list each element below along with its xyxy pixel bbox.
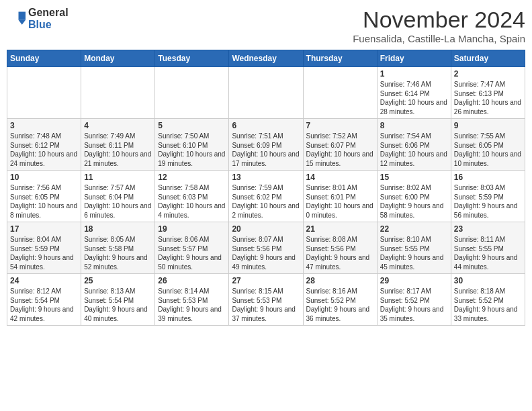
day-number: 13 [232,173,300,182]
day-info: Sunrise: 8:18 AM Sunset: 5:52 PM Dayligh… [454,287,522,323]
calendar-week-row: 24Sunrise: 8:12 AM Sunset: 5:54 PM Dayli… [7,274,525,326]
calendar-cell: 6Sunrise: 7:51 AM Sunset: 6:09 PM Daylig… [229,119,303,171]
day-number: 19 [158,224,226,234]
day-info: Sunrise: 8:03 AM Sunset: 5:59 PM Dayligh… [454,183,522,220]
day-info: Sunrise: 8:11 AM Sunset: 5:55 PM Dayligh… [454,235,522,271]
day-number: 20 [232,224,300,234]
day-info: Sunrise: 8:05 AM Sunset: 5:58 PM Dayligh… [84,235,152,271]
day-info: Sunrise: 8:14 AM Sunset: 5:53 PM Dayligh… [158,287,226,323]
calendar-cell: 20Sunrise: 8:07 AM Sunset: 5:56 PM Dayli… [229,222,303,274]
day-info: Sunrise: 7:52 AM Sunset: 6:07 PM Dayligh… [306,132,374,168]
calendar-cell: 4Sunrise: 7:49 AM Sunset: 6:11 PM Daylig… [81,119,155,171]
day-number: 1 [380,69,448,79]
day-number: 9 [454,121,522,130]
calendar-cell: 27Sunrise: 8:15 AM Sunset: 5:53 PM Dayli… [229,274,303,326]
calendar-cell: 30Sunrise: 8:18 AM Sunset: 5:52 PM Dayli… [451,274,525,326]
day-info: Sunrise: 7:57 AM Sunset: 6:04 PM Dayligh… [84,183,152,220]
calendar-cell: 5Sunrise: 7:50 AM Sunset: 6:10 PM Daylig… [155,119,229,171]
day-info: Sunrise: 7:49 AM Sunset: 6:11 PM Dayligh… [84,132,152,168]
day-info: Sunrise: 7:55 AM Sunset: 6:05 PM Dayligh… [454,132,522,168]
day-info: Sunrise: 8:15 AM Sunset: 5:53 PM Dayligh… [232,287,300,323]
logo-blue: Blue [28,19,52,30]
weekday-header: Thursday [303,50,377,67]
calendar-week-row: 3Sunrise: 7:48 AM Sunset: 6:12 PM Daylig… [7,119,525,171]
day-number: 22 [380,224,448,234]
day-number: 30 [454,276,522,285]
calendar-cell: 1Sunrise: 7:46 AM Sunset: 6:14 PM Daylig… [377,67,451,119]
day-info: Sunrise: 8:16 AM Sunset: 5:52 PM Dayligh… [306,287,374,323]
calendar-cell: 8Sunrise: 7:54 AM Sunset: 6:06 PM Daylig… [377,119,451,171]
day-number: 4 [84,121,152,130]
day-number: 26 [158,276,226,285]
day-info: Sunrise: 7:54 AM Sunset: 6:06 PM Dayligh… [380,132,448,168]
weekday-header-row: SundayMondayTuesdayWednesdayThursdayFrid… [7,50,525,67]
calendar-cell: 25Sunrise: 8:13 AM Sunset: 5:54 PM Dayli… [81,274,155,326]
logo-general: General [28,7,69,18]
calendar-cell: 21Sunrise: 8:08 AM Sunset: 5:56 PM Dayli… [303,222,377,274]
calendar-cell: 9Sunrise: 7:55 AM Sunset: 6:05 PM Daylig… [451,119,525,171]
calendar-cell: 24Sunrise: 8:12 AM Sunset: 5:54 PM Dayli… [7,274,81,326]
calendar-cell: 2Sunrise: 7:47 AM Sunset: 6:13 PM Daylig… [451,67,525,119]
weekday-header: Wednesday [229,50,303,67]
day-number: 29 [380,276,448,285]
weekday-header: Friday [377,50,451,67]
calendar-table: SundayMondayTuesdayWednesdayThursdayFrid… [7,50,525,326]
day-info: Sunrise: 7:59 AM Sunset: 6:02 PM Dayligh… [232,183,300,220]
calendar-week-row: 17Sunrise: 8:04 AM Sunset: 5:59 PM Dayli… [7,222,525,274]
day-info: Sunrise: 8:04 AM Sunset: 5:59 PM Dayligh… [10,235,78,271]
day-info: Sunrise: 7:48 AM Sunset: 6:12 PM Dayligh… [10,132,78,168]
day-number: 7 [306,121,374,130]
day-info: Sunrise: 8:06 AM Sunset: 5:57 PM Dayligh… [158,235,226,271]
calendar-cell: 28Sunrise: 8:16 AM Sunset: 5:52 PM Dayli… [303,274,377,326]
calendar-cell: 10Sunrise: 7:56 AM Sunset: 6:05 PM Dayli… [7,171,81,222]
weekday-header: Saturday [451,50,525,67]
calendar-cell: 3Sunrise: 7:48 AM Sunset: 6:12 PM Daylig… [7,119,81,171]
day-number: 14 [306,173,374,182]
weekday-header: Monday [81,50,155,67]
day-info: Sunrise: 7:58 AM Sunset: 6:03 PM Dayligh… [158,183,226,220]
svg-marker-1 [19,11,26,19]
day-info: Sunrise: 7:46 AM Sunset: 6:14 PM Dayligh… [380,80,448,116]
svg-marker-2 [19,19,26,24]
day-info: Sunrise: 7:47 AM Sunset: 6:13 PM Dayligh… [454,80,522,116]
day-number: 8 [380,121,448,130]
day-number: 18 [84,224,152,234]
day-info: Sunrise: 7:51 AM Sunset: 6:09 PM Dayligh… [232,132,300,168]
day-number: 6 [232,121,300,130]
calendar-cell: 14Sunrise: 8:01 AM Sunset: 6:01 PM Dayli… [303,171,377,222]
day-info: Sunrise: 8:01 AM Sunset: 6:01 PM Dayligh… [306,183,374,220]
day-number: 5 [158,121,226,130]
day-info: Sunrise: 8:08 AM Sunset: 5:56 PM Dayligh… [306,235,374,271]
logo-icon [7,9,26,28]
day-info: Sunrise: 8:17 AM Sunset: 5:52 PM Dayligh… [380,287,448,323]
weekday-header: Tuesday [155,50,229,67]
day-info: Sunrise: 7:56 AM Sunset: 6:05 PM Dayligh… [10,183,78,220]
logo-text: General Blue [28,7,69,30]
calendar-cell [7,67,81,119]
day-number: 2 [454,69,522,79]
day-number: 21 [306,224,374,234]
calendar-cell [81,67,155,119]
calendar-cell [229,67,303,119]
calendar-cell: 7Sunrise: 7:52 AM Sunset: 6:07 PM Daylig… [303,119,377,171]
calendar-cell: 29Sunrise: 8:17 AM Sunset: 5:52 PM Dayli… [377,274,451,326]
calendar-cell [155,67,229,119]
day-number: 12 [158,173,226,182]
calendar-cell: 17Sunrise: 8:04 AM Sunset: 5:59 PM Dayli… [7,222,81,274]
day-number: 28 [306,276,374,285]
day-info: Sunrise: 7:50 AM Sunset: 6:10 PM Dayligh… [158,132,226,168]
location: Fuensalida, Castille-La Mancha, Spain [353,33,525,44]
day-info: Sunrise: 8:13 AM Sunset: 5:54 PM Dayligh… [84,287,152,323]
calendar-week-row: 1Sunrise: 7:46 AM Sunset: 6:14 PM Daylig… [7,67,525,119]
calendar-cell: 13Sunrise: 7:59 AM Sunset: 6:02 PM Dayli… [229,171,303,222]
day-number: 17 [10,224,78,234]
calendar-cell [303,67,377,119]
logo: General Blue [7,7,69,30]
calendar-cell: 19Sunrise: 8:06 AM Sunset: 5:57 PM Dayli… [155,222,229,274]
day-number: 3 [10,121,78,130]
page-header: General Blue November 2024 Fuensalida, C… [7,7,525,44]
calendar-cell: 23Sunrise: 8:11 AM Sunset: 5:55 PM Dayli… [451,222,525,274]
day-info: Sunrise: 8:02 AM Sunset: 6:00 PM Dayligh… [380,183,448,220]
month-title: November 2024 [353,7,525,33]
day-info: Sunrise: 8:12 AM Sunset: 5:54 PM Dayligh… [10,287,78,323]
